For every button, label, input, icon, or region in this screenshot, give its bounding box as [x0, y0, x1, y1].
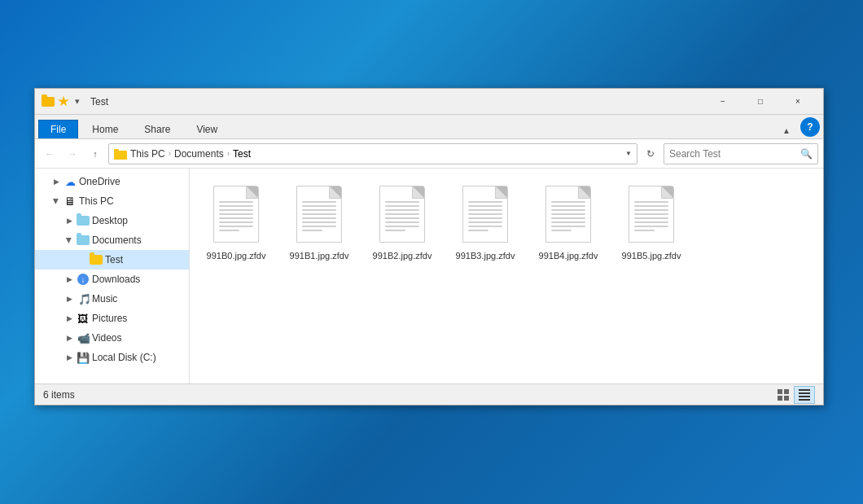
pin-icon: ▾ — [72, 96, 82, 107]
sidebar-item-test[interactable]: ▶ Test — [35, 250, 189, 270]
svg-rect-14 — [799, 399, 810, 401]
file-item[interactable]: 991B2.jpg.zfdv — [366, 178, 439, 265]
downloads-icon: ↓ — [77, 273, 90, 286]
svg-text:🎵: 🎵 — [78, 292, 90, 305]
svg-rect-10 — [784, 396, 789, 401]
file-area: 991B0.jpg.zfdv991B1.jpg.zfdv991B2.jpg.zf… — [190, 169, 823, 383]
tab-share[interactable]: Share — [132, 120, 182, 138]
file-icon-container — [456, 182, 515, 247]
address-bar[interactable]: This PC › Documents › Test ▼ — [108, 143, 637, 164]
test-icon — [90, 253, 103, 266]
address-part-documents[interactable]: Documents — [174, 148, 224, 160]
address-bar-icon — [114, 147, 127, 160]
svg-rect-11 — [799, 389, 810, 391]
svg-text:🖼: 🖼 — [77, 313, 88, 325]
sidebar-item-localdisk[interactable]: ▶ 💾 Local Disk (C:) — [35, 348, 189, 367]
document-icon — [379, 186, 425, 243]
file-explorer-window: ▾ Test − □ × File Home Share View ▲ ? ← … — [34, 88, 824, 405]
test-label: Test — [105, 254, 123, 265]
item-count: 6 items — [43, 389, 773, 401]
file-item[interactable]: 991B0.jpg.zfdv — [199, 178, 273, 265]
music-icon: 🎵 — [77, 292, 90, 305]
file-name: 991B1.jpg.zfdv — [290, 250, 349, 261]
pictures-label: Pictures — [92, 313, 127, 324]
file-item[interactable]: 991B5.jpg.zfdv — [615, 178, 688, 265]
localdisk-arrow: ▶ — [64, 353, 74, 362]
svg-rect-13 — [799, 396, 810, 397]
grid-view-button[interactable] — [773, 386, 794, 404]
address-part-test[interactable]: Test — [233, 148, 251, 160]
file-icon-container — [207, 182, 265, 247]
sidebar-item-documents[interactable]: ▶ Documents — [35, 230, 189, 250]
sidebar-item-downloads[interactable]: ▶ ↓ Downloads — [35, 270, 189, 289]
thispc-label: This PC — [79, 195, 114, 207]
file-icon-container — [539, 182, 598, 247]
svg-rect-1 — [114, 149, 119, 152]
search-input[interactable] — [669, 148, 800, 160]
address-dropdown-arrow[interactable]: ▼ — [625, 150, 632, 157]
sidebar-item-pictures[interactable]: ▶ 🖼 Pictures — [35, 309, 189, 328]
sidebar-item-music[interactable]: ▶ 🎵 Music — [35, 289, 189, 309]
onedrive-arrow: ▶ — [51, 177, 61, 186]
up-button[interactable]: ↑ — [85, 144, 105, 164]
music-arrow: ▶ — [64, 294, 74, 304]
search-box[interactable]: 🔍 — [664, 143, 818, 164]
document-icon — [545, 186, 591, 243]
videos-label: Videos — [92, 332, 121, 344]
title-bar-icons: ▾ — [42, 96, 82, 107]
videos-icon: 📹 — [77, 331, 90, 344]
desktop-icon — [77, 214, 90, 227]
documents-arrow: ▶ — [64, 235, 74, 245]
file-item[interactable]: 991B1.jpg.zfdv — [283, 178, 356, 265]
desktop-arrow: ▶ — [64, 216, 74, 226]
sidebar-item-videos[interactable]: ▶ 📹 Videos — [35, 328, 189, 348]
file-name: 991B2.jpg.zfdv — [373, 250, 432, 261]
back-button[interactable]: ← — [40, 144, 59, 164]
help-button[interactable]: ? — [800, 117, 820, 137]
file-item[interactable]: 991B3.jpg.zfdv — [449, 178, 522, 265]
svg-text:📹: 📹 — [77, 331, 90, 344]
list-view-button[interactable] — [794, 386, 815, 404]
toolbar-row: ← → ↑ This PC › Documents › Test ▼ ↻ 🔍 — [35, 139, 823, 169]
file-icon-container — [290, 182, 348, 247]
file-icon-container — [373, 182, 432, 247]
tab-home[interactable]: Home — [80, 120, 130, 138]
sidebar-item-desktop[interactable]: ▶ Desktop — [35, 211, 189, 230]
tab-view[interactable]: View — [184, 120, 230, 138]
file-item[interactable]: 991B4.jpg.zfdv — [532, 178, 605, 265]
search-icon[interactable]: 🔍 — [800, 148, 813, 160]
ribbon-tabs: File Home Share View ▲ ? — [35, 115, 823, 139]
address-part-thispc[interactable]: This PC — [130, 148, 165, 160]
document-icon — [462, 186, 508, 243]
sidebar-item-thispc[interactable]: ▶ 🖥 This PC — [35, 191, 189, 211]
forward-button[interactable]: → — [63, 144, 82, 164]
pictures-icon: 🖼 — [77, 312, 90, 325]
document-icon — [296, 186, 342, 243]
pictures-arrow: ▶ — [64, 313, 74, 323]
music-label: Music — [92, 293, 117, 305]
svg-rect-12 — [799, 392, 810, 394]
title-bar: ▾ Test − □ × — [35, 89, 823, 115]
thispc-icon: 🖥 — [64, 195, 77, 208]
ribbon-chevron[interactable]: ▲ — [776, 123, 797, 138]
sidebar-item-onedrive[interactable]: ▶ ☁ OneDrive — [35, 172, 189, 191]
localdisk-label: Local Disk (C:) — [92, 352, 156, 363]
close-button[interactable]: × — [779, 89, 817, 115]
tab-file[interactable]: File — [38, 120, 78, 138]
view-toggles — [773, 386, 815, 404]
svg-text:↓: ↓ — [81, 275, 85, 284]
svg-rect-9 — [778, 396, 782, 401]
downloads-label: Downloads — [92, 274, 140, 285]
onedrive-icon: ☁ — [64, 175, 77, 188]
minimize-button[interactable]: − — [704, 89, 742, 115]
file-name: 991B0.jpg.zfdv — [207, 250, 266, 261]
file-name: 991B3.jpg.zfdv — [456, 250, 515, 261]
videos-arrow: ▶ — [64, 333, 74, 343]
maximize-button[interactable]: □ — [742, 89, 779, 115]
refresh-button[interactable]: ↻ — [641, 144, 660, 164]
onedrive-label: OneDrive — [79, 176, 120, 187]
svg-rect-7 — [778, 389, 782, 394]
desktop-label: Desktop — [92, 215, 128, 226]
window-title: Test — [90, 96, 704, 107]
status-bar: 6 items — [35, 383, 823, 405]
